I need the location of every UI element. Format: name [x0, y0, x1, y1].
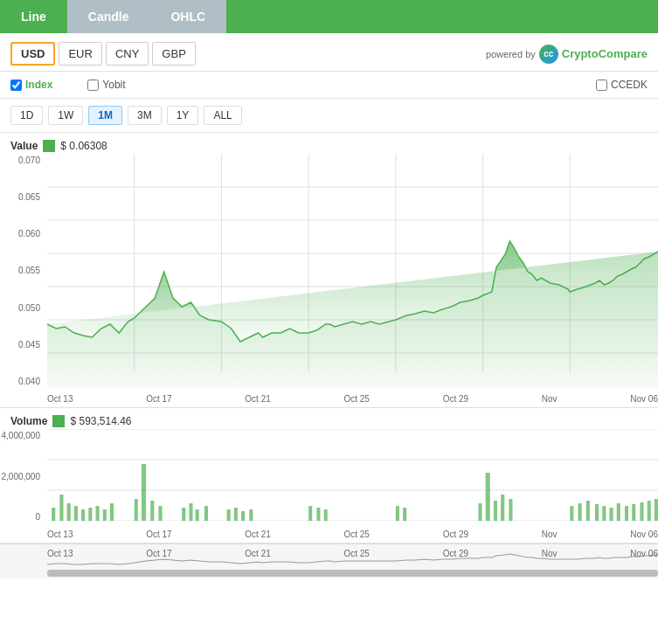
svg-rect-28 [158, 506, 162, 521]
svg-rect-25 [135, 499, 138, 521]
crypto-compare-name: CryptoCompare [562, 47, 648, 60]
svg-rect-17 [59, 495, 63, 521]
svg-rect-50 [595, 504, 599, 521]
volume-section: Volume $ 593,514.46 4,000,000 2,000,000 … [0, 408, 658, 544]
volume-label: Volume [10, 415, 47, 427]
svg-rect-51 [602, 506, 606, 521]
svg-rect-52 [609, 508, 613, 521]
price-x-axis: Oct 13 Oct 17 Oct 21 Oct 25 Oct 29 Nov N… [47, 390, 658, 407]
svg-rect-37 [308, 506, 312, 521]
nav-x-label-2: Oct 17 [146, 549, 171, 558]
x-label-1: Oct 13 [47, 394, 73, 404]
scrollbar-thumb[interactable] [47, 570, 658, 577]
currency-btn-gbp[interactable]: GBP [152, 42, 195, 66]
powered-by: powered by cc CryptoCompare [486, 45, 648, 64]
svg-rect-56 [640, 502, 643, 521]
svg-rect-23 [103, 509, 107, 521]
x-label-5: Oct 29 [443, 394, 468, 404]
period-1y[interactable]: 1Y [167, 106, 199, 125]
volume-x-axis: Oct 13 Oct 17 Oct 21 Oct 25 Oct 29 Nov N… [47, 525, 658, 543]
svg-rect-45 [501, 495, 504, 521]
vol-y-label-3: 4,000,000 [0, 431, 44, 440]
chart-current-value: $ 0.06308 [60, 140, 107, 152]
nav-x-label-5: Oct 29 [443, 549, 468, 558]
vol-x-label-1: Oct 13 [47, 530, 73, 539]
svg-rect-38 [316, 508, 320, 521]
svg-rect-48 [578, 503, 582, 521]
x-label-7: Nov 06 [630, 394, 658, 404]
svg-rect-46 [509, 499, 512, 521]
vol-x-label-4: Oct 25 [343, 530, 369, 539]
exchange-yobit[interactable]: Yobit [87, 79, 125, 91]
nav-x-label-1: Oct 13 [47, 549, 73, 558]
svg-rect-30 [189, 503, 192, 521]
vol-x-label-7: Nov 06 [630, 530, 658, 539]
svg-rect-41 [403, 508, 406, 521]
y-label-1: 0.040 [0, 377, 44, 386]
nav-x-label-6: Nov [542, 549, 558, 558]
nav-x-label-3: Oct 21 [245, 549, 270, 558]
svg-rect-54 [625, 506, 628, 521]
currency-btn-usd[interactable]: USD [10, 42, 55, 66]
vol-y-label-2: 2,000,000 [0, 472, 44, 481]
nav-x-label-7: Nov 06 [630, 549, 658, 558]
svg-rect-29 [182, 508, 185, 521]
y-label-7: 0.070 [0, 156, 44, 165]
x-label-3: Oct 21 [245, 394, 270, 404]
svg-rect-34 [234, 508, 238, 521]
y-label-5: 0.060 [0, 229, 44, 239]
svg-rect-33 [227, 509, 231, 521]
svg-rect-21 [88, 508, 92, 521]
x-label-4: Oct 25 [343, 394, 369, 404]
period-all[interactable]: ALL [204, 106, 241, 125]
price-y-axis: 0.070 0.065 0.060 0.055 0.050 0.045 0.04… [0, 154, 47, 388]
tab-candle[interactable]: Candle [67, 0, 150, 33]
exchange-ccedk[interactable]: CCEDK [596, 79, 648, 91]
period-row: 1D 1W 1M 3M 1Y ALL [0, 99, 658, 133]
svg-rect-49 [586, 501, 590, 521]
svg-rect-18 [67, 503, 71, 521]
vol-y-label-1: 0 [0, 512, 44, 522]
svg-rect-47 [570, 506, 573, 521]
volume-chart-wrapper: 4,000,000 2,000,000 0 [0, 429, 658, 543]
svg-rect-31 [196, 509, 199, 521]
svg-rect-42 [478, 503, 481, 521]
period-1m[interactable]: 1M [88, 106, 122, 125]
svg-rect-44 [494, 501, 497, 521]
currency-btn-cny[interactable]: CNY [106, 42, 149, 66]
svg-rect-57 [648, 501, 651, 521]
volume-label-row: Volume $ 593,514.46 [0, 412, 658, 429]
svg-rect-43 [486, 473, 490, 521]
tab-ohlc[interactable]: OHLC [149, 0, 226, 33]
svg-rect-55 [632, 504, 635, 521]
svg-rect-19 [74, 506, 78, 521]
period-3m[interactable]: 3M [128, 106, 162, 125]
exchange-index[interactable]: Index [10, 79, 52, 91]
currency-btn-eur[interactable]: EUR [59, 42, 101, 66]
price-chart-svg [47, 154, 658, 388]
svg-rect-22 [96, 506, 100, 521]
scrollbar-track[interactable] [47, 570, 658, 577]
period-1w[interactable]: 1W [48, 106, 83, 125]
chart-label-row: Value $ 0.06308 [0, 136, 658, 154]
chart-color-square [43, 140, 55, 152]
price-chart-wrapper: 0.070 0.065 0.060 0.055 0.050 0.045 0.04… [0, 154, 658, 407]
nav-x-axis: Oct 13 Oct 17 Oct 21 Oct 25 Oct 29 Nov N… [47, 546, 658, 560]
y-label-2: 0.045 [0, 340, 44, 350]
svg-rect-53 [617, 503, 620, 521]
svg-rect-24 [110, 503, 114, 521]
svg-rect-32 [204, 506, 208, 521]
vol-x-label-3: Oct 21 [245, 530, 270, 539]
volume-color-square [52, 415, 65, 427]
svg-rect-27 [150, 501, 154, 521]
tab-line[interactable]: Line [0, 0, 67, 33]
svg-rect-20 [81, 509, 85, 521]
volume-current-value: $ 593,514.46 [70, 415, 131, 427]
tab-bar: Line Candle OHLC [0, 0, 658, 33]
vol-x-label-5: Oct 29 [443, 530, 468, 539]
navigator[interactable]: Oct 13 Oct 17 Oct 21 Oct 25 Oct 29 Nov N… [0, 544, 658, 578]
nav-x-label-4: Oct 25 [343, 549, 369, 558]
vol-x-label-2: Oct 17 [146, 530, 171, 539]
svg-rect-40 [396, 506, 399, 521]
period-1d[interactable]: 1D [10, 106, 43, 125]
